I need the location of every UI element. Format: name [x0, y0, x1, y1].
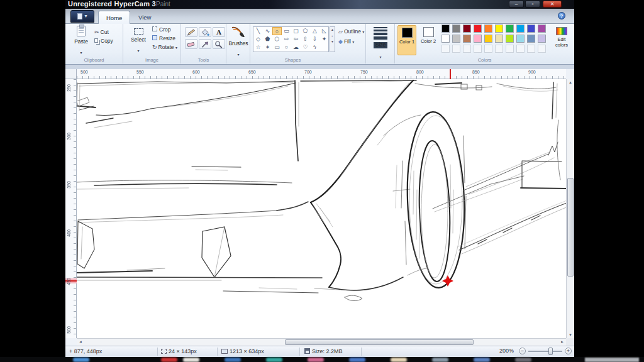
paste-button[interactable]: Paste▾ — [70, 26, 92, 57]
color2-button[interactable]: Color 2 — [419, 25, 438, 55]
zoom-in-button[interactable]: + — [565, 348, 572, 354]
copy-button[interactable]: Copy — [94, 38, 113, 44]
palette-empty-slot[interactable] — [506, 45, 514, 53]
shape-line[interactable]: ╲ — [253, 27, 263, 35]
taskbar-icon[interactable] — [515, 358, 531, 362]
edit-colors-button[interactable]: Edit colors — [551, 25, 572, 48]
resize-button[interactable]: Resize — [152, 35, 175, 41]
palette-swatch-1-6[interactable] — [506, 25, 514, 33]
palette-swatch-2-5[interactable] — [495, 35, 503, 43]
windows-taskbar[interactable] — [0, 357, 644, 362]
horizontal-scrollbar[interactable]: ◄ ► — [77, 338, 566, 346]
maximize-button[interactable]: ▫ — [525, 1, 540, 8]
taskbar-icon[interactable] — [73, 358, 89, 362]
eraser-tool[interactable] — [185, 39, 197, 49]
help-icon[interactable]: ? — [558, 12, 565, 19]
color-picker-tool[interactable] — [199, 39, 211, 49]
paint-menu-button[interactable]: ▾ — [70, 10, 94, 23]
vertical-scroll-thumb[interactable] — [567, 178, 574, 277]
rotate-button[interactable]: ↻Rotate ▾ — [152, 44, 177, 50]
palette-empty-slot[interactable] — [484, 45, 492, 53]
shape-rectangle[interactable]: ▭ — [282, 27, 291, 35]
shape-callout-rounded[interactable]: ▭ — [272, 43, 282, 52]
shape-arrow-up[interactable]: ⇧ — [301, 35, 310, 43]
palette-swatch-2-2[interactable] — [463, 35, 471, 43]
color1-button[interactable]: Color 1 — [397, 25, 416, 55]
fill-button[interactable]: ◆Fill ▾ — [338, 38, 354, 45]
shape-lightning[interactable]: ϟ — [310, 43, 319, 52]
palette-empty-slot[interactable] — [463, 45, 471, 53]
scroll-up-icon[interactable]: ▲ — [567, 80, 574, 84]
palette-swatch-1-4[interactable] — [484, 25, 492, 33]
scroll-right-icon[interactable]: ► — [560, 340, 564, 344]
shape-rounded-rectangle[interactable]: ▢ — [291, 27, 301, 35]
shape-arrow-down[interactable]: ⇩ — [310, 35, 319, 43]
palette-empty-slot[interactable] — [538, 45, 546, 53]
shape-pentagon[interactable]: ⬟ — [263, 35, 272, 43]
size-button[interactable]: Size▾ — [370, 26, 391, 61]
palette-swatch-1-7[interactable] — [516, 25, 525, 33]
shape-triangle[interactable]: △ — [310, 27, 319, 35]
shape-star-4[interactable]: ✦ — [319, 35, 329, 43]
minimize-button[interactable]: – — [509, 1, 524, 8]
palette-swatch-2-4[interactable] — [484, 35, 492, 43]
cut-button[interactable]: ✂Cut — [94, 29, 109, 35]
horizontal-scroll-thumb[interactable] — [285, 339, 474, 345]
palette-swatch-2-3[interactable] — [474, 35, 482, 43]
taskbar-icon[interactable] — [161, 358, 177, 362]
text-tool[interactable]: A — [213, 27, 225, 37]
fill-tool[interactable] — [199, 27, 211, 37]
palette-swatch-1-9[interactable] — [538, 25, 546, 33]
brushes-button[interactable]: Brushes▾ — [228, 26, 248, 58]
crop-button[interactable]: Crop — [152, 26, 170, 33]
shape-diamond[interactable]: ◇ — [253, 35, 263, 43]
palette-swatch-2-1[interactable] — [452, 35, 460, 43]
shape-star-5[interactable]: ☆ — [253, 43, 263, 52]
shape-arrow-left[interactable]: ⇦ — [291, 35, 301, 43]
taskbar-icon[interactable] — [183, 358, 199, 362]
scroll-left-icon[interactable]: ◄ — [79, 340, 82, 344]
shape-star-6[interactable]: ✶ — [263, 43, 272, 52]
shape-arrow-right[interactable]: ⇨ — [282, 35, 291, 43]
shape-oval[interactable]: ○ — [272, 27, 282, 35]
select-button[interactable]: Select▾ — [127, 26, 150, 55]
taskbar-icon[interactable] — [432, 358, 448, 362]
shapes-scrollbar[interactable]: ▲▪▼ — [330, 26, 335, 52]
shape-callout-cloud[interactable]: ☁ — [291, 43, 301, 52]
palette-swatch-2-6[interactable] — [506, 35, 514, 43]
taskbar-icon[interactable] — [225, 358, 241, 362]
close-button[interactable]: ✕ — [543, 1, 562, 8]
vertical-scrollbar[interactable]: ▲ ▼ — [566, 79, 574, 338]
tab-view[interactable]: View — [131, 11, 158, 24]
taskbar-icon[interactable] — [474, 358, 490, 362]
pencil-tool[interactable] — [185, 27, 197, 37]
taskbar-icon[interactable] — [349, 358, 365, 362]
taskbar-window-button[interactable] — [585, 358, 639, 362]
palette-swatch-1-1[interactable] — [452, 25, 460, 33]
palette-swatch-2-9[interactable] — [538, 35, 546, 43]
zoom-out-button[interactable]: − — [519, 348, 526, 354]
scroll-down-icon[interactable]: ▼ — [567, 333, 574, 337]
shape-callout-oval[interactable]: ○ — [282, 43, 291, 52]
palette-swatch-2-7[interactable] — [516, 35, 525, 43]
magnifier-tool[interactable] — [213, 39, 225, 49]
palette-empty-slot[interactable] — [495, 45, 503, 53]
outline-button[interactable]: ▱Outline ▾ — [338, 28, 364, 35]
palette-empty-slot[interactable] — [527, 45, 535, 53]
taskbar-icon[interactable] — [391, 358, 407, 362]
shape-heart[interactable]: ♡ — [301, 43, 310, 52]
drawing-canvas[interactable] — [77, 79, 566, 338]
shape-curve[interactable]: ∿ — [263, 27, 272, 35]
tab-home[interactable]: Home — [98, 11, 130, 24]
shape-polygon[interactable]: ⬠ — [301, 27, 310, 35]
palette-swatch-1-8[interactable] — [527, 25, 535, 33]
taskbar-icon[interactable] — [266, 358, 282, 362]
palette-empty-slot[interactable] — [474, 45, 482, 53]
palette-swatch-1-2[interactable] — [463, 25, 471, 33]
palette-swatch-2-0[interactable] — [441, 35, 450, 43]
palette-swatch-1-3[interactable] — [474, 25, 482, 33]
palette-swatch-2-8[interactable] — [527, 35, 535, 43]
taskbar-icon[interactable] — [308, 358, 324, 362]
shape-right-triangle[interactable]: ◺ — [319, 27, 329, 35]
palette-empty-slot[interactable] — [516, 45, 525, 53]
